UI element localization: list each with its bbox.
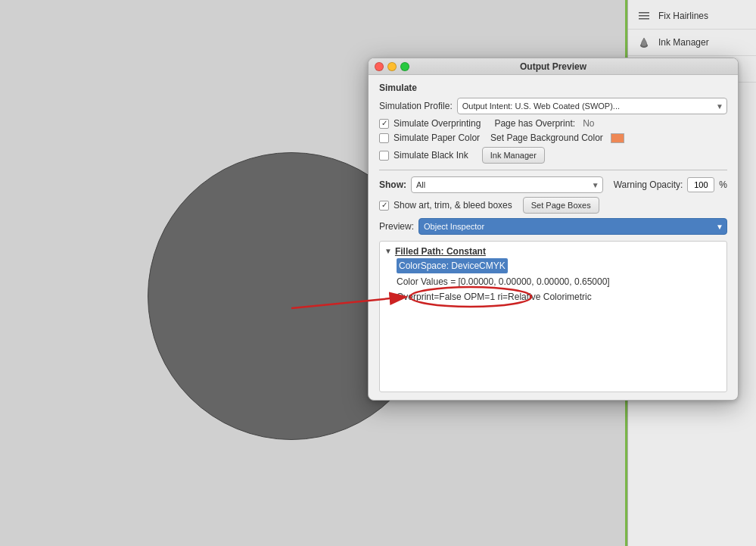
show-row: Show: All ▼ Warning Opacity: 100 % (379, 176, 727, 193)
close-button[interactable] (375, 62, 384, 71)
show-label: Show: (379, 179, 406, 190)
simulate-overprinting-label: Simulate Overprinting (394, 118, 481, 129)
show-section: Show: All ▼ Warning Opacity: 100 % Show … (379, 176, 727, 214)
svg-rect-2 (639, 18, 649, 20)
preview-select[interactable]: Object Inspector ▼ (418, 218, 727, 235)
dialog-title: Output Preview (520, 61, 586, 72)
simulate-paper-color-row: Simulate Paper Color Set Page Background… (379, 133, 727, 143)
simulate-black-ink-row: Simulate Black Ink Ink Manager (379, 147, 727, 164)
warning-opacity-value[interactable]: 100 (687, 177, 714, 192)
divider-1 (379, 170, 727, 170)
fix-hairlines-label: Fix Hairlines (658, 11, 708, 21)
preview-value: Object Inspector (424, 222, 722, 231)
show-art-trim-row: Show art, trim, & bleed boxes Set Page B… (379, 197, 727, 214)
ink-manager-icon (636, 34, 652, 51)
inspector-content: ColorSpace: DeviceCMYK Color Values = [0… (384, 258, 722, 304)
toolbar-item-fix-hairlines[interactable]: Fix Hairlines (628, 3, 756, 30)
svg-rect-0 (639, 12, 649, 14)
show-art-trim-checkbox[interactable] (379, 201, 389, 211)
svg-rect-1 (639, 15, 649, 17)
set-page-background-color-label: Set Page Background Color (490, 133, 603, 143)
warning-opacity-percent: % (719, 179, 727, 190)
output-preview-dialog: Output Preview Simulate Simulation Profi… (368, 58, 739, 401)
ink-manager-label: Ink Manager (658, 37, 709, 48)
simulate-section-label: Simulate (379, 83, 727, 93)
simulation-profile-label: Simulation Profile: (379, 101, 453, 111)
maximize-button[interactable] (400, 62, 409, 71)
show-select[interactable]: All ▼ (411, 176, 603, 193)
inspector-triangle[interactable]: ▼ (384, 247, 392, 255)
ink-manager-button[interactable]: Ink Manager (482, 147, 545, 164)
minimize-button[interactable] (387, 62, 397, 71)
inspector-line-3: Overprint=False OPM=1 ri=Relative Colori… (397, 290, 722, 304)
inspector-line-1: ColorSpace: DeviceCMYK (397, 258, 722, 273)
simulation-profile-arrow: ▼ (716, 102, 723, 111)
inspector-line-2: Color Values = [0.00000, 0.00000, 0.0000… (397, 275, 722, 289)
preview-select-arrow: ▼ (716, 223, 723, 231)
page-has-overprint-label: Page has Overprint: (494, 118, 575, 129)
preview-label: Preview: (379, 221, 414, 232)
simulate-black-ink-checkbox[interactable] (379, 151, 389, 161)
show-art-trim-label: Show art, trim, & bleed boxes (394, 200, 512, 211)
show-value: All (416, 180, 598, 189)
set-page-boxes-button[interactable]: Set Page Boxes (523, 197, 599, 214)
dialog-titlebar: Output Preview (369, 58, 738, 75)
traffic-lights (375, 62, 409, 71)
warning-opacity-label: Warning Opacity: (614, 179, 683, 190)
page-has-overprint-value: No (583, 118, 594, 129)
inspector-header-row: ▼ Filled Path: Constant (384, 246, 722, 257)
simulate-black-ink-label: Simulate Black Ink (394, 150, 468, 161)
preview-row: Preview: Object Inspector ▼ (379, 218, 727, 235)
simulation-profile-row: Simulation Profile: Output Intent: U.S. … (379, 98, 727, 114)
show-select-arrow: ▼ (592, 181, 599, 189)
simulate-paper-color-checkbox[interactable] (379, 133, 389, 143)
simulate-overprinting-checkbox[interactable] (379, 119, 389, 129)
page-background-color-swatch[interactable] (611, 133, 624, 143)
inspector-panel: ▼ Filled Path: Constant ColorSpace: Devi… (379, 241, 727, 392)
simulation-profile-select[interactable]: Output Intent: U.S. Web Coated (SWOP)...… (457, 98, 727, 114)
toolbar-item-ink-manager[interactable]: Ink Manager (628, 30, 756, 56)
fix-hairlines-icon (636, 8, 652, 24)
simulation-profile-value: Output Intent: U.S. Web Coated (SWOP)... (462, 101, 722, 111)
simulate-paper-color-label: Simulate Paper Color (394, 133, 480, 143)
dialog-body: Simulate Simulation Profile: Output Inte… (369, 75, 738, 400)
colorspace-highlighted: ColorSpace: DeviceCMYK (397, 258, 508, 273)
inspector-header: Filled Path: Constant (395, 246, 486, 257)
simulate-overprinting-row: Simulate Overprinting Page has Overprint… (379, 118, 727, 129)
